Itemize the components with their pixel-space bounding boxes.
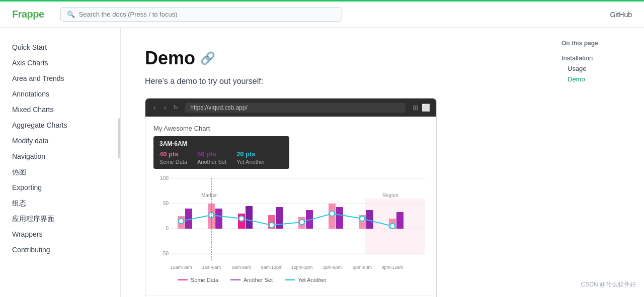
browser-action-buttons: ⊞ ⬜ [413,104,430,112]
link-icon: 🔗 [200,51,215,65]
svg-text:6pm-9pm: 6pm-9pm [353,265,372,270]
subtitle: Here's a demo to try out yourself: [145,77,529,86]
legend-color-0 [178,279,188,280]
svg-text:0: 0 [166,226,169,231]
sidebar-item-modify-data[interactable]: Modify data [12,133,120,149]
chart-area: My Awesome Chart 3AM-6AM 40 pts Some Dat… [145,117,436,295]
svg-point-34 [390,224,395,229]
svg-text:9am-12pm: 9am-12pm [261,265,282,270]
search-bar[interactable]: 🔍 [60,7,342,22]
legend-color-1 [230,279,240,280]
tooltip-value-1: 50 pts [197,150,226,158]
tooltip-values: 40 pts Some Data 50 pts Another Set 20 p… [159,150,283,165]
chart-svg: 100 50 0 -50 Marker Region [153,171,429,271]
svg-point-33 [360,216,365,221]
svg-text:Region: Region [382,192,398,198]
layout: Quick Start Axis Charts Area and Trends … [0,28,644,297]
chart-title: My Awesome Chart [153,125,428,132]
svg-point-32 [330,211,335,216]
svg-rect-26 [396,212,404,229]
sidebar-item-navigation[interactable]: Navigation [12,149,120,164]
svg-rect-22 [336,207,343,229]
sidebar: Quick Start Axis Charts Area and Trends … [0,28,121,297]
tooltip-item-2: 20 pts Yet Another [236,150,265,165]
toc-item-usage[interactable]: Usage [561,63,636,74]
tooltip-value-0: 40 pts [159,150,187,158]
svg-text:9pm-12am: 9pm-12am [381,265,403,270]
legend-label-0: Some Data [191,277,218,283]
svg-text:3pm-6pm: 3pm-6pm [323,265,342,270]
tooltip-label-1: Another Set [197,159,226,165]
svg-point-30 [269,223,274,228]
nav-right: GitHub [610,11,632,19]
tooltip-label-2: Yet Another [236,159,265,165]
page-title: Demo 🔗 [145,48,529,69]
sidebar-item-contributing[interactable]: Contributing [12,242,120,258]
chart-tooltip: 3AM-6AM 40 pts Some Data 50 pts Another … [153,136,289,169]
watermark: CSDN @什么软件好 [581,280,636,289]
svg-point-27 [179,219,184,224]
sidebar-item-heatmap[interactable]: 热图 [12,164,120,180]
search-icon: 🔍 [67,11,75,18]
github-link[interactable]: GitHub [610,11,632,19]
svg-point-29 [239,216,244,221]
sidebar-item-annotations[interactable]: Annotations [12,86,120,102]
toc: On this page Installation Usage Demo [553,28,644,297]
main-content: Demo 🔗 Here's a demo to try out yourself… [121,28,553,297]
legend-color-2 [285,279,295,280]
sidebar-item-aggregate-charts[interactable]: Aggregate Charts [12,118,120,133]
sandbox-button-wrapper: Open Sandbox [145,295,436,297]
sidebar-item-axis-charts[interactable]: Axis Charts [12,55,120,71]
toc-item-demo[interactable]: Demo [561,74,636,84]
top-nav: Frappe 🔍 GitHub [0,2,644,28]
browser-fullscreen-button[interactable]: ⬜ [422,104,430,112]
toc-item-installation[interactable]: Installation [561,53,636,63]
chart-legend: Some Data Another Set Yet Another [153,273,428,287]
browser-forward-button[interactable]: › [162,103,169,113]
browser-frame: ‹ › ↻ https://viqud.csb.app/ ⊞ ⬜ My Awes… [145,98,437,297]
chart-svg-wrapper: 100 50 0 -50 Marker Region [153,171,428,273]
tooltip-label-0: Some Data [159,159,187,165]
svg-text:-50: -50 [162,251,169,256]
svg-text:100: 100 [160,175,169,181]
svg-point-31 [299,220,304,225]
sidebar-item-quick-start[interactable]: Quick Start [12,40,120,55]
svg-rect-12 [185,209,192,229]
svg-rect-16 [246,206,253,229]
browser-back-button[interactable]: ‹ [151,103,158,113]
svg-text:50: 50 [163,201,169,206]
sidebar-item-exporting[interactable]: Exporting [12,180,120,195]
legend-item-0: Some Data [178,277,218,283]
search-input[interactable] [79,11,336,18]
browser-url-bar: https://viqud.csb.app/ [185,103,406,113]
legend-label-2: Yet Another [298,277,326,283]
svg-text:6am-9am: 6am-9am [232,265,251,270]
logo: Frappe [12,9,44,20]
svg-text:12am-3am: 12am-3am [170,265,192,270]
tooltip-title: 3AM-6AM [159,140,283,147]
browser-toolbar: ‹ › ↻ https://viqud.csb.app/ ⊞ ⬜ [145,98,436,117]
sidebar-item-mixed-charts[interactable]: Mixed Charts [12,102,120,118]
legend-item-2: Yet Another [285,277,326,283]
tooltip-value-2: 20 pts [236,150,265,158]
sidebar-item-area-and-trends[interactable]: Area and Trends [12,71,120,86]
tooltip-item-0: 40 pts Some Data [159,150,187,165]
browser-open-external-button[interactable]: ⊞ [413,104,419,112]
sidebar-scroll-indicator [118,118,120,158]
legend-label-1: Another Set [244,277,273,283]
svg-text:3am-6am: 3am-6am [202,265,221,270]
legend-item-1: Another Set [230,277,273,283]
sidebar-item-app-interface[interactable]: 应用程序界面 [12,211,120,227]
svg-text:12pm-3pm: 12pm-3pm [291,265,312,270]
tooltip-item-1: 50 pts Another Set [197,150,226,165]
browser-refresh-button[interactable]: ↻ [173,104,178,111]
svg-rect-18 [276,207,283,229]
svg-text:Marker: Marker [201,192,217,198]
sidebar-item-state[interactable]: 组态 [12,195,120,211]
toc-title: On this page [561,40,636,47]
svg-rect-14 [215,209,222,229]
logo-text: Frappe [12,9,44,20]
page-title-text: Demo [145,48,195,69]
sidebar-item-wrappers[interactable]: Wrappers [12,227,120,242]
